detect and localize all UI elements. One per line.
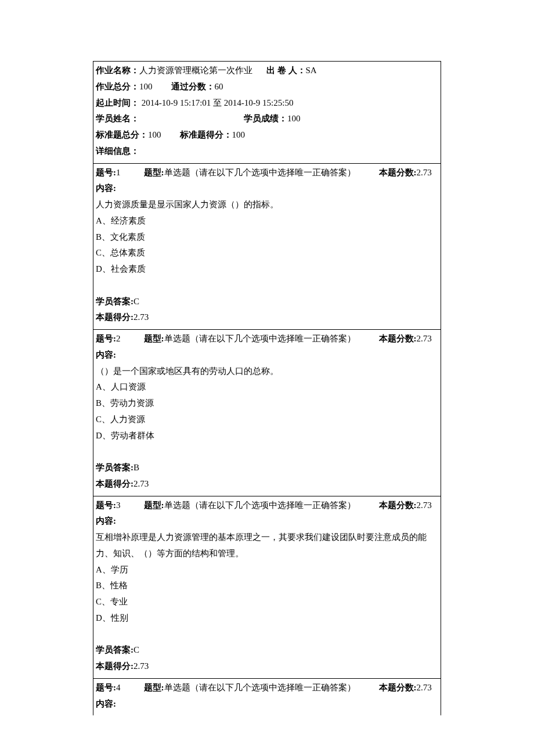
question-option: A、经济素质 [96,213,438,229]
earned-label: 本题得分: [96,312,134,322]
question-option: D、社会素质 [96,261,438,278]
std-score: 100 [232,130,246,139]
question-option: B、劳动力资源 [96,395,438,412]
std-total-label: 标准题总分： [96,130,148,139]
answer-label: 学员答案: [96,297,134,306]
qtype-value: 单选题（请在以下几个选项中选择唯一正确答案） [164,683,356,692]
std-total: 100 [148,130,161,139]
qtype-value: 单选题（请在以下几个选项中选择唯一正确答案） [164,168,356,177]
question-option: C、总体素质 [96,245,438,261]
qno-label: 题号: [96,683,116,692]
qtype-value: 单选题（请在以下几个选项中选择唯一正确答案） [164,334,356,343]
assignment-name: 人力资源管理概论第一次作业 [139,66,252,75]
question-option: C、人力资源 [96,412,438,428]
student-score: 100 [287,114,301,123]
qno-value: 4 [116,683,121,692]
question-option: D、性别 [96,610,438,627]
content-label: 内容: [96,350,116,359]
question-option: D、劳动者群体 [96,428,438,444]
answer-value: C [134,645,139,654]
qpoints-value: 2.73 [417,168,432,177]
qno-label: 题号: [96,168,116,177]
qtype-label: 题型: [144,168,164,177]
question-stem: 互相增补原理是人力资源管理的基本原理之一，其要求我们建设团队时要注意成员的能力、… [96,530,438,562]
assignment-name-label: 作业名称： [96,66,139,75]
qpoints-value: 2.73 [417,334,432,343]
assignment-table: 作业名称：人力资源管理概论第一次作业出 卷 人：SA 作业总分：100通过分数：… [93,61,441,715]
qno-value: 2 [116,334,121,343]
question-stem: （）是一个国家或地区具有的劳动人口的总称。 [96,363,438,380]
std-score-label: 标准题得分： [180,130,232,139]
qno-value: 1 [116,168,121,177]
question-cell: 题号:4题型:单选题（请在以下几个选项中选择唯一正确答案）本题分数:2.73内容… [93,679,441,716]
qno-value: 3 [116,501,121,510]
issuer-label: 出 卷 人： [266,66,306,75]
question-option: A、学历 [96,562,438,578]
student-score-label: 学员成绩： [244,114,287,123]
qpoints-value: 2.73 [417,683,432,692]
qpoints-label: 本题分数: [379,683,417,692]
qtype-value: 单选题（请在以下几个选项中选择唯一正确答案） [164,501,356,510]
content-label: 内容: [96,183,116,193]
question-cell: 题号:1题型:单选题（请在以下几个选项中选择唯一正确答案）本题分数:2.73内容… [93,164,441,330]
time-range: 2014-10-9 15:17:01 至 2014-10-9 15:25:50 [139,98,293,107]
answer-label: 学员答案: [96,645,134,654]
question-stem: 人力资源质量是显示国家人力资源（）的指标。 [96,197,438,213]
answer-value: C [134,297,139,306]
content-label: 内容: [96,516,116,525]
qtype-label: 题型: [144,683,164,692]
qpoints-value: 2.73 [417,501,432,510]
qno-label: 题号: [96,334,116,343]
question-option: A、人口资源 [96,379,438,395]
earned-value: 2.73 [134,661,149,671]
qtype-label: 题型: [144,334,164,343]
pass-score-label: 通过分数： [171,82,215,91]
header-cell: 作业名称：人力资源管理概论第一次作业出 卷 人：SA 作业总分：100通过分数：… [93,62,441,164]
question-option: B、性格 [96,578,438,594]
qpoints-label: 本题分数: [379,168,417,177]
student-name-label: 学员姓名： [96,114,139,123]
total-score-label: 作业总分： [96,82,139,91]
pass-score: 60 [215,82,223,91]
qtype-label: 题型: [144,501,164,510]
details-label: 详细信息： [96,146,139,156]
question-option: C、专业 [96,594,438,610]
question-option: B、文化素质 [96,229,438,246]
qpoints-label: 本题分数: [379,334,417,343]
issuer: SA [306,66,317,75]
question-cell: 题号:3题型:单选题（请在以下几个选项中选择唯一正确答案）本题分数:2.73内容… [93,496,441,679]
question-cell: 题号:2题型:单选题（请在以下几个选项中选择唯一正确答案）本题分数:2.73内容… [93,330,441,496]
time-range-label: 起止时间： [96,98,139,107]
earned-value: 2.73 [134,312,149,322]
answer-value: B [134,463,139,472]
earned-label: 本题得分: [96,661,134,671]
total-score: 100 [139,82,153,91]
answer-label: 学员答案: [96,463,134,472]
earned-label: 本题得分: [96,479,134,488]
content-label: 内容: [96,699,116,708]
qno-label: 题号: [96,501,116,510]
earned-value: 2.73 [134,479,149,488]
qpoints-label: 本题分数: [379,501,417,510]
